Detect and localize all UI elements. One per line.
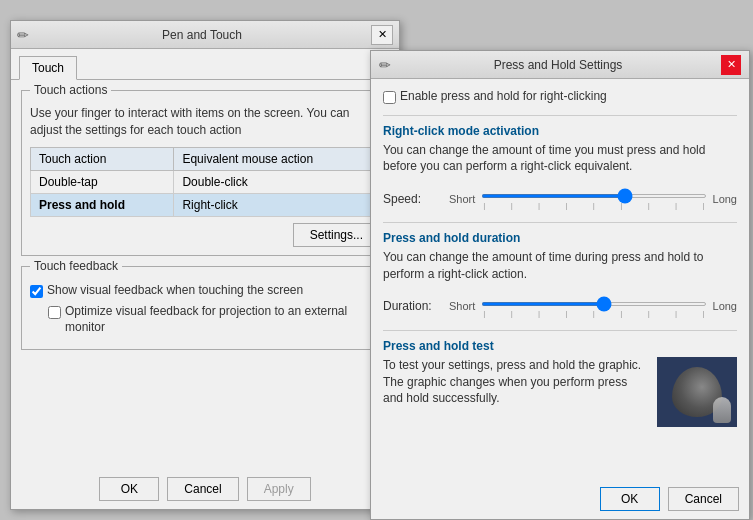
- pah-content: Enable press and hold for right-clicking…: [371, 79, 749, 477]
- col-mouse: Equivalent mouse action: [174, 147, 380, 170]
- speed-label: Speed:: [383, 192, 443, 206]
- duration-desc: You can change the amount of time during…: [383, 249, 737, 283]
- test-desc: To test your settings, press and hold th…: [383, 357, 647, 407]
- speed-long-label: Long: [713, 193, 737, 205]
- action-cell: Double-tap: [31, 170, 174, 193]
- pah-bottom-buttons: OK Cancel: [590, 479, 749, 519]
- pah-title-bar: ✏ Press and Hold Settings ✕: [371, 51, 749, 79]
- divider-1: [383, 115, 737, 116]
- table-row[interactable]: Press and hold Right-click: [31, 193, 380, 216]
- duration-header: Press and hold duration: [383, 231, 737, 245]
- speed-slider[interactable]: [481, 194, 706, 198]
- apply-button[interactable]: Apply: [247, 477, 311, 501]
- speed-short-label: Short: [449, 193, 475, 205]
- visual-feedback-checkbox[interactable]: [30, 285, 43, 298]
- touch-feedback-group: Touch feedback Show visual feedback when…: [21, 266, 389, 351]
- tab-touch[interactable]: Touch: [19, 56, 77, 80]
- activation-header: Right-click mode activation: [383, 124, 737, 138]
- optimize-feedback-label: Optimize visual feedback for projection …: [65, 304, 380, 335]
- pen-touch-window: ✏ Pen and Touch ✕ Touch Touch actions Us…: [10, 20, 400, 510]
- enable-pah-label: Enable press and hold for right-clicking: [400, 89, 607, 105]
- duration-slider-row: Duration: Short ||||||||| Long: [383, 291, 737, 322]
- touch-feedback-label: Touch feedback: [30, 259, 122, 273]
- enable-pah-row: Enable press and hold for right-clicking: [383, 89, 737, 105]
- optimize-feedback-row: Optimize visual feedback for projection …: [48, 304, 380, 335]
- table-row[interactable]: Double-tap Double-click: [31, 170, 380, 193]
- pah-cancel-button[interactable]: Cancel: [668, 487, 739, 511]
- pen-touch-close-button[interactable]: ✕: [371, 25, 393, 45]
- duration-long-label: Long: [713, 300, 737, 312]
- pen-touch-title: Pen and Touch: [33, 28, 371, 42]
- pah-close-button[interactable]: ✕: [721, 55, 741, 75]
- duration-slider[interactable]: [481, 302, 706, 306]
- duration-short-label: Short: [449, 300, 475, 312]
- divider-2: [383, 222, 737, 223]
- speed-slider-row: Speed: Short ||||||||| Long: [383, 183, 737, 214]
- pen-touch-title-bar: ✏ Pen and Touch ✕: [11, 21, 399, 49]
- touch-actions-group: Touch actions Use your finger to interac…: [21, 90, 389, 256]
- settings-btn-row: Settings...: [30, 223, 380, 247]
- optimize-feedback-checkbox[interactable]: [48, 306, 61, 319]
- settings-button[interactable]: Settings...: [293, 223, 380, 247]
- visual-feedback-label: Show visual feedback when touching the s…: [47, 283, 303, 299]
- touch-actions-desc: Use your finger to interact with items o…: [30, 105, 380, 139]
- touch-actions-label: Touch actions: [30, 83, 111, 97]
- enable-pah-checkbox[interactable]: [383, 91, 396, 104]
- test-section: To test your settings, press and hold th…: [383, 357, 737, 427]
- tab-strip: Touch: [11, 49, 399, 80]
- activation-desc: You can change the amount of time you mu…: [383, 142, 737, 176]
- pen-touch-content: Touch actions Use your finger to interac…: [11, 80, 399, 370]
- pah-ok-button[interactable]: OK: [600, 487, 660, 511]
- pen-touch-icon: ✏: [17, 27, 29, 43]
- col-action: Touch action: [31, 147, 174, 170]
- action-cell: Press and hold: [31, 193, 174, 216]
- pah-icon: ✏: [379, 57, 391, 73]
- visual-feedback-row: Show visual feedback when touching the s…: [30, 283, 380, 299]
- pen-touch-bottom-buttons: OK Cancel Apply: [11, 469, 399, 509]
- test-graphic[interactable]: [657, 357, 737, 427]
- finger-graphic: [713, 397, 731, 423]
- duration-label: Duration:: [383, 299, 443, 313]
- duration-slider-container: |||||||||: [481, 295, 706, 318]
- ok-button[interactable]: OK: [99, 477, 159, 501]
- test-header: Press and hold test: [383, 339, 737, 353]
- mouse-cell: Right-click: [174, 193, 380, 216]
- cancel-button[interactable]: Cancel: [167, 477, 238, 501]
- mouse-cell: Double-click: [174, 170, 380, 193]
- press-and-hold-window: ✏ Press and Hold Settings ✕ Enable press…: [370, 50, 750, 520]
- speed-slider-container: |||||||||: [481, 187, 706, 210]
- divider-3: [383, 330, 737, 331]
- touch-actions-table: Touch action Equivalent mouse action Dou…: [30, 147, 380, 217]
- pah-title: Press and Hold Settings: [395, 58, 721, 72]
